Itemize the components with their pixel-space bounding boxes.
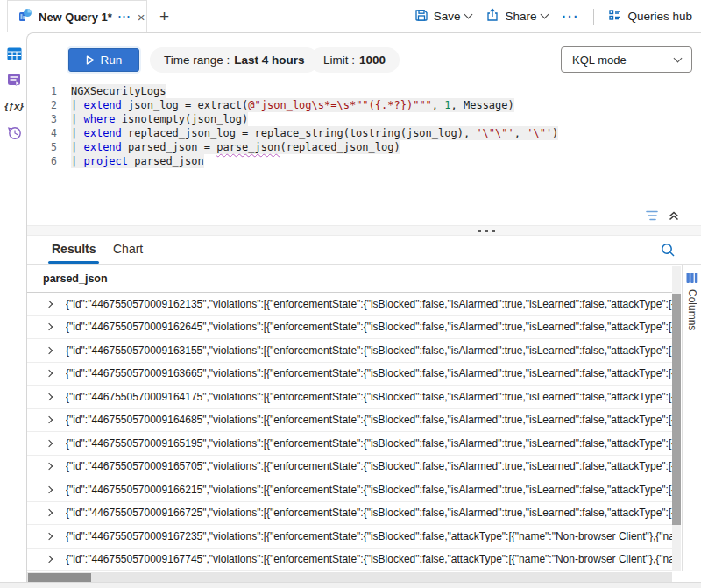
- filter-lines-icon[interactable]: [645, 209, 659, 222]
- columns-icon: [686, 272, 698, 287]
- kql-mode-select[interactable]: KQL mode: [561, 46, 692, 73]
- row-expand-icon[interactable]: [46, 440, 53, 447]
- query-history-icon[interactable]: [6, 124, 22, 140]
- save-label: Save: [434, 10, 461, 23]
- query-pane: Run Time range : Last 4 hours Limit : 10…: [26, 32, 701, 588]
- share-icon: [485, 8, 499, 25]
- table-row[interactable]: {"id":"4467550570009162645","violations"…: [27, 316, 672, 340]
- query-editor[interactable]: 1NGXSecurityLogs2| extend json_log = ext…: [27, 84, 693, 216]
- splitter-handle-icon: [478, 230, 495, 232]
- line-number: 5: [27, 141, 71, 153]
- tab-bar-actions: Save Share ···: [414, 0, 701, 32]
- tables-icon[interactable]: [6, 46, 22, 61]
- table-row[interactable]: {"id":"4467550570009165705","violations"…: [27, 456, 672, 479]
- row-expand-icon[interactable]: [46, 509, 53, 516]
- results-grid: {"id":"4467550570009162135","violations"…: [27, 293, 672, 571]
- limit-value: 1000: [359, 53, 386, 67]
- line-number: 2: [27, 99, 71, 111]
- save-button[interactable]: Save: [414, 8, 472, 25]
- query-tab-title: New Query 1*: [39, 11, 112, 24]
- row-expand-icon[interactable]: [46, 393, 53, 400]
- new-tab-button[interactable]: +: [147, 0, 181, 32]
- code-text: | extend parsed_json = parse_json(replac…: [71, 140, 400, 154]
- vertical-scrollbar-thumb[interactable]: [672, 294, 681, 525]
- share-label: Share: [505, 10, 536, 23]
- horizontal-scrollbar-thumb[interactable]: [28, 573, 91, 582]
- kql-mode-value: KQL mode: [572, 53, 627, 67]
- code-line[interactable]: 2| extend json_log = extract(@"json_log\…: [27, 98, 693, 112]
- row-json-cell: {"id":"4467550570009163665","violations"…: [66, 367, 672, 379]
- save-chevron-icon: [464, 11, 473, 19]
- pane-splitter[interactable]: [27, 225, 701, 236]
- tab-results[interactable]: Results: [52, 242, 96, 256]
- time-range-label: Time range :: [164, 53, 230, 67]
- run-button[interactable]: Run: [68, 48, 139, 72]
- share-chevron-icon: [541, 11, 549, 19]
- row-json-cell: {"id":"4467550570009165705","violations"…: [66, 460, 672, 472]
- line-number: 4: [27, 127, 71, 139]
- code-line[interactable]: 1NGXSecurityLogs: [27, 84, 693, 98]
- editor-footer: [645, 209, 680, 222]
- table-row[interactable]: {"id":"4467550570009164685","violations"…: [27, 409, 672, 433]
- row-expand-icon[interactable]: [46, 533, 53, 540]
- collapse-panel-icon[interactable]: [668, 209, 680, 222]
- table-row[interactable]: {"id":"4467550570009162135","violations"…: [27, 293, 672, 316]
- share-button[interactable]: Share: [485, 8, 548, 25]
- queries-hub-label: Queries hub: [627, 10, 692, 23]
- line-number: 3: [27, 113, 71, 125]
- column-header-parsed-json[interactable]: parsed_json: [27, 265, 672, 293]
- query-tab[interactable]: New Query 1* ··· ×: [7, 0, 147, 32]
- kql-mode-chevron-icon: [674, 53, 683, 62]
- queries-hub-icon: [608, 8, 622, 25]
- run-label: Run: [101, 53, 123, 67]
- row-expand-icon[interactable]: [46, 370, 53, 377]
- row-json-cell: {"id":"4467550570009164175","violations"…: [66, 391, 672, 403]
- tab-more-icon[interactable]: ···: [118, 11, 131, 23]
- code-text: | extend replaced_json_log = replace_str…: [71, 126, 558, 140]
- line-number: 1: [27, 85, 71, 97]
- row-expand-icon[interactable]: [46, 347, 53, 354]
- row-expand-icon[interactable]: [46, 301, 53, 308]
- table-row[interactable]: {"id":"4467550570009166215","violations"…: [27, 478, 672, 502]
- row-expand-icon[interactable]: [46, 463, 53, 470]
- columns-panel-tab[interactable]: Columns: [682, 265, 701, 571]
- limit-label: Limit :: [323, 53, 355, 67]
- search-icon[interactable]: [660, 242, 676, 261]
- row-json-cell: {"id":"4467550570009165195","violations"…: [66, 437, 672, 450]
- left-rail: {ƒx}: [0, 32, 26, 582]
- row-expand-icon[interactable]: [46, 486, 53, 493]
- saved-scripts-icon[interactable]: [6, 72, 22, 88]
- tab-chart[interactable]: Chart: [113, 242, 143, 256]
- table-row[interactable]: {"id":"4467550570009167235","violations"…: [27, 525, 672, 549]
- query-app-icon: [18, 8, 32, 25]
- code-line[interactable]: 4| extend replaced_json_log = replace_st…: [27, 126, 693, 140]
- code-line[interactable]: 6| project parsed_json: [27, 154, 693, 168]
- table-row[interactable]: {"id":"4467550570009163155","violations"…: [27, 339, 672, 363]
- row-json-cell: {"id":"4467550570009162135","violations"…: [66, 298, 672, 310]
- table-row[interactable]: {"id":"4467550570009166725","violations"…: [27, 502, 672, 526]
- more-actions-button[interactable]: ···: [562, 10, 579, 24]
- row-json-cell: {"id":"4467550570009162645","violations"…: [66, 321, 672, 333]
- actions-divider: [593, 9, 594, 25]
- active-tab-underline: [48, 261, 99, 264]
- code-text: NGXSecurityLogs: [71, 84, 166, 98]
- row-json-cell: {"id":"4467550570009167235","violations"…: [66, 530, 672, 542]
- code-line[interactable]: 3| where isnotempty(json_log): [27, 112, 693, 126]
- functions-icon[interactable]: {ƒx}: [6, 98, 22, 114]
- time-range-value: Last 4 hours: [234, 53, 304, 67]
- table-row[interactable]: {"id":"4467550570009163665","violations"…: [27, 363, 672, 386]
- code-line[interactable]: 5| extend parsed_json = parse_json(repla…: [27, 140, 693, 154]
- tab-close-icon[interactable]: ×: [138, 11, 145, 24]
- table-row[interactable]: {"id":"4467550570009165195","violations"…: [27, 432, 672, 456]
- row-expand-icon[interactable]: [46, 416, 53, 423]
- table-row[interactable]: {"id":"4467550570009167745","violations"…: [27, 549, 672, 572]
- code-text: | extend json_log = extract(@"json_log\s…: [71, 98, 514, 112]
- table-row[interactable]: {"id":"4467550570009164175","violations"…: [27, 386, 672, 409]
- vertical-scrollbar[interactable]: [672, 266, 681, 571]
- row-expand-icon[interactable]: [46, 556, 53, 563]
- columns-panel-label: Columns: [686, 289, 698, 330]
- row-expand-icon[interactable]: [46, 323, 53, 330]
- queries-hub-button[interactable]: Queries hub: [608, 8, 692, 25]
- time-range-picker[interactable]: Time range : Last 4 hours: [150, 47, 319, 73]
- limit-picker[interactable]: Limit : 1000: [309, 47, 400, 73]
